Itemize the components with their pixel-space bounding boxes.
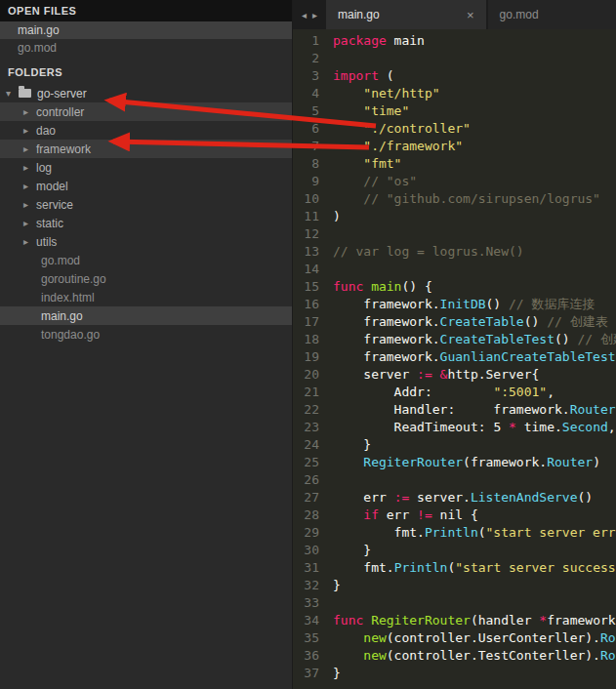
code-area[interactable]: 1package main23import (4 "net/http"5 "ti… xyxy=(293,29,616,689)
tree-label: model xyxy=(36,180,68,193)
open-file-main.go[interactable]: main.go xyxy=(0,21,292,39)
line-number: 9 xyxy=(293,173,319,190)
code-line-30: 30 } xyxy=(293,542,616,559)
line-text: Addr: ":5001", xyxy=(333,384,554,401)
close-icon[interactable]: × xyxy=(467,9,474,21)
line-number: 23 xyxy=(293,419,319,436)
line-text: ) xyxy=(333,208,341,225)
tab-go.mod[interactable]: go.mod xyxy=(488,0,616,29)
code-line-13: 13// var log = logrus.New() xyxy=(293,243,616,261)
code-line-20: 20 server := &http.Server{ xyxy=(293,366,616,384)
collapsed-arrow-icon[interactable]: ▸ xyxy=(23,125,36,136)
file-main.go[interactable]: main.go xyxy=(0,306,292,325)
tab-bar: ◂ ▸ main.go×go.mod xyxy=(293,0,616,29)
line-number: 24 xyxy=(293,436,319,454)
collapsed-arrow-icon[interactable]: ▸ xyxy=(23,218,36,228)
line-text: framework.CreateTableTest() // 创建表 xyxy=(333,331,616,348)
line-text: server := &http.Server{ xyxy=(333,366,539,384)
tab-label: go.mod xyxy=(500,8,539,21)
code-line-11: 11) xyxy=(293,208,616,225)
line-text: framework.GuanlianCreateTableTest() xyxy=(333,348,616,366)
line-number: 16 xyxy=(293,296,319,313)
open-files-list: main.gogo.mod xyxy=(0,21,292,57)
line-number: 36 xyxy=(293,647,319,665)
collapsed-arrow-icon[interactable]: ▸ xyxy=(23,143,36,154)
tree-label: static xyxy=(36,217,63,230)
tree-label: main.go xyxy=(41,309,83,323)
file-label: go.mod xyxy=(18,41,57,55)
tree-label: log xyxy=(36,161,52,175)
line-number: 5 xyxy=(293,102,319,120)
editor-pane: ◂ ▸ main.go×go.mod 1package main23import… xyxy=(293,0,616,689)
code-line-6: 6 "./controller" xyxy=(293,120,616,138)
line-number: 13 xyxy=(293,243,319,261)
folder-log[interactable]: ▸log xyxy=(0,158,292,177)
folder-framework[interactable]: ▸framework xyxy=(0,140,292,158)
line-text: err := server.ListenAndServe() xyxy=(333,489,593,507)
folder-model[interactable]: ▸model xyxy=(0,177,292,195)
code-line-29: 29 fmt.Println("start server error") xyxy=(293,524,616,542)
code-line-32: 32} xyxy=(293,577,616,594)
tree-label: controller xyxy=(36,105,84,119)
code-line-25: 25 RegiterRouter(framework.Router) xyxy=(293,454,616,471)
expanded-arrow-icon[interactable]: ▾ xyxy=(6,88,19,99)
code-line-14: 14 xyxy=(293,261,616,278)
tab-strip: main.go×go.mod xyxy=(326,0,616,29)
folder-controller[interactable]: ▸controller xyxy=(0,102,292,121)
line-number: 15 xyxy=(293,278,319,296)
open-file-go.mod[interactable]: go.mod xyxy=(0,39,292,57)
collapsed-arrow-icon[interactable]: ▸ xyxy=(23,106,36,117)
line-number: 7 xyxy=(293,138,319,155)
line-text: func RegiterRouter(handler *framework.Fr… xyxy=(333,612,616,629)
line-text: func main() { xyxy=(333,278,432,296)
line-text: } xyxy=(333,665,341,682)
line-text: new(controller.TestConterller).Router(ha… xyxy=(333,647,616,665)
line-number: 32 xyxy=(293,577,319,594)
tab-label: main.go xyxy=(338,8,380,21)
collapsed-arrow-icon[interactable]: ▸ xyxy=(23,162,36,173)
file-tongdao.go[interactable]: tongdao.go xyxy=(0,325,292,344)
sidebar: OPEN FILES main.gogo.mod FOLDERS ▾go-ser… xyxy=(0,0,293,689)
folder-dao[interactable]: ▸dao xyxy=(0,121,292,140)
line-number: 30 xyxy=(293,542,319,559)
line-number: 22 xyxy=(293,401,319,419)
code-line-3: 3import ( xyxy=(293,67,616,85)
tree-label: framework xyxy=(36,142,91,156)
line-number: 31 xyxy=(293,559,319,577)
open-files-header: OPEN FILES xyxy=(0,0,292,21)
code-line-15: 15func main() { xyxy=(293,278,616,296)
folder-static[interactable]: ▸static xyxy=(0,214,292,232)
code-line-23: 23 ReadTimeout: 5 * time.Second, xyxy=(293,419,616,436)
line-text: "./controller" xyxy=(333,120,471,138)
code-line-8: 8 "fmt" xyxy=(293,155,616,173)
code-line-33: 33 xyxy=(293,594,616,612)
line-number: 26 xyxy=(293,471,319,489)
collapsed-arrow-icon[interactable]: ▸ xyxy=(23,181,36,191)
file-goroutine.go[interactable]: goroutine.go xyxy=(0,269,292,288)
code-line-19: 19 framework.GuanlianCreateTableTest() xyxy=(293,348,616,366)
file-go.mod[interactable]: go.mod xyxy=(0,251,292,269)
code-line-12: 12 xyxy=(293,225,616,243)
line-number: 33 xyxy=(293,594,319,612)
tree-label: index.html xyxy=(41,291,95,304)
line-number: 1 xyxy=(293,32,319,50)
collapsed-arrow-icon[interactable]: ▸ xyxy=(23,236,36,247)
code-line-2: 2 xyxy=(293,50,616,67)
line-text: fmt.Println("start server success") xyxy=(333,559,616,577)
folder-service[interactable]: ▸service xyxy=(0,195,292,214)
collapsed-arrow-icon[interactable]: ▸ xyxy=(23,199,36,210)
code-line-16: 16 framework.InitDB() // 数据库连接 xyxy=(293,296,616,313)
code-line-21: 21 Addr: ":5001", xyxy=(293,384,616,401)
folder-utils[interactable]: ▸utils xyxy=(0,232,292,251)
folder-tree: ▾go-server▸controller▸dao▸framework▸log▸… xyxy=(0,84,292,344)
line-text: framework.InitDB() // 数据库连接 xyxy=(333,296,595,313)
line-text: } xyxy=(333,542,371,559)
line-number: 6 xyxy=(293,120,319,138)
line-number: 27 xyxy=(293,489,319,507)
folder-go-server[interactable]: ▾go-server xyxy=(0,84,292,102)
file-index.html[interactable]: index.html xyxy=(0,288,292,306)
code-line-17: 17 framework.CreateTable() // 创建表 xyxy=(293,313,616,331)
nav-back-icon[interactable]: ◂ xyxy=(302,10,307,20)
nav-forward-icon[interactable]: ▸ xyxy=(312,10,317,20)
tab-main.go[interactable]: main.go× xyxy=(326,0,486,29)
